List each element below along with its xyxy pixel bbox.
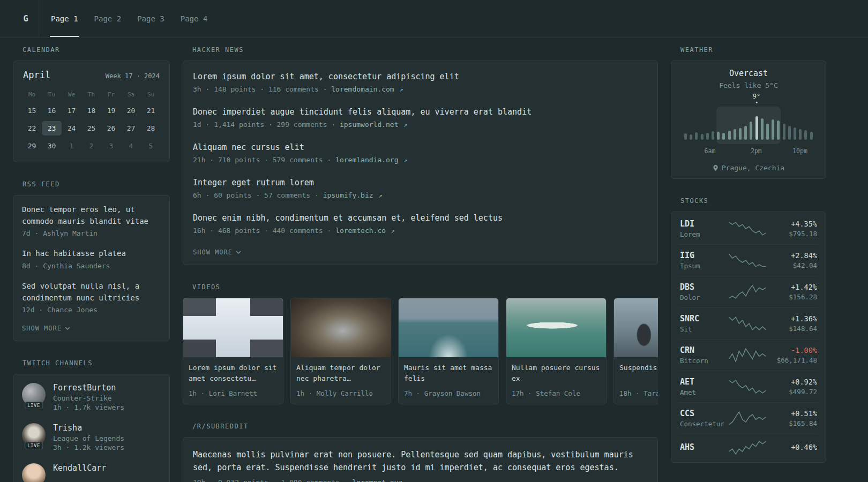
twitch-channel-row[interactable]: LIVE ForrestBurton Counter-Strike 1h · 1… <box>22 383 161 411</box>
hn-story-meta: 3h · 148 points · 116 comments · <box>193 85 331 93</box>
hn-story-title[interactable]: Aliquam nec cursus elit <box>193 142 648 152</box>
video-meta: 1h · Molly Carrillo <box>296 389 385 397</box>
calendar-day: 15 <box>22 103 42 118</box>
stock-company: Bitcorn <box>680 357 727 365</box>
video-thumbnail[interactable] <box>291 298 391 357</box>
channel-game: Counter-Strike <box>53 394 124 402</box>
weather-hour-bar <box>728 131 731 140</box>
weather-hour-bar <box>794 127 796 140</box>
hn-story-domain-link[interactable]: loremtech.co ↗ <box>335 227 395 235</box>
video-title: Nullam posuere cursus ex <box>512 363 601 385</box>
app-logo[interactable]: G <box>13 0 39 37</box>
stock-symbol: AHS <box>680 442 727 452</box>
stock-price: $148.64 <box>768 325 817 333</box>
calendar-day: 17 <box>62 103 81 118</box>
twitch-channel-row[interactable]: LIVE Trisha League of Legends 3h · 1.2k … <box>22 423 161 451</box>
hn-story-title[interactable]: Donec imperdiet augue tincidunt felis al… <box>193 107 648 117</box>
hn-show-more-button[interactable]: SHOW MORE <box>193 248 648 256</box>
hn-story-title[interactable]: Donec enim nibh, condimentum et accumsan… <box>193 213 648 223</box>
stock-row[interactable]: SNRCSit +1.36%$148.64 <box>679 307 818 339</box>
calendar-day: 22 <box>22 121 42 135</box>
weather-feels-like: Feels like 5°C <box>680 81 817 89</box>
weather-hour-bar <box>684 133 687 140</box>
external-link-icon: ↗ <box>408 479 411 482</box>
calendar-day-next-month: 2 <box>81 139 101 153</box>
hackernews-section-title: HACKER NEWS <box>192 46 658 54</box>
hn-story-title[interactable]: Integer eget rutrum lorem <box>193 178 648 187</box>
avatar: LIVE <box>22 423 46 447</box>
stock-row[interactable]: AETAmet +0.92%$499.72 <box>679 371 818 402</box>
weather-hour-bar <box>717 132 720 140</box>
video-card[interactable]: Mauris sit amet massa felis 7h · Grayson… <box>398 298 499 404</box>
weather-hour-bar <box>712 131 714 140</box>
weather-hour-bar <box>804 130 807 140</box>
hn-story-domain-link[interactable]: loremlandia.org ↗ <box>335 156 407 164</box>
weather-hour-bar <box>750 122 752 140</box>
rss-item: Donec tempor eros leo, ut commodo mauris… <box>22 204 161 237</box>
hackernews-widget: Lorem ipsum dolor sit amet, consectetur … <box>183 61 658 265</box>
calendar-day: 19 <box>101 103 121 118</box>
calendar-day: 20 <box>121 103 141 118</box>
dashboard-grid: CALENDAR April Week 17 · 2024 Mo Tu We T… <box>0 37 868 482</box>
calendar-weekday: Fr <box>101 89 121 100</box>
tab-page-3[interactable]: Page 3 <box>136 0 166 37</box>
rss-item-title[interactable]: Sed volutpat nulla nisl, a condimentum n… <box>22 281 161 304</box>
reddit-post-title[interactable]: Maecenas mollis pulvinar erat non posuer… <box>193 448 648 474</box>
video-thumbnail[interactable] <box>614 298 658 357</box>
hn-story-domain-link[interactable]: ipsumify.biz ↗ <box>323 191 383 199</box>
stock-symbol: DBS <box>680 282 727 292</box>
calendar-day: 30 <box>42 139 62 153</box>
left-column: CALENDAR April Week 17 · 2024 Mo Tu We T… <box>13 37 170 482</box>
weather-hour-bar <box>761 118 764 140</box>
time-label: 2pm <box>751 147 762 155</box>
stock-row[interactable]: LDILorem +4.35%$795.18 <box>679 213 818 244</box>
weather-bar-chart: 9° <box>684 114 813 140</box>
calendar-section-title: CALENDAR <box>23 46 170 54</box>
hn-story-title[interactable]: Lorem ipsum dolor sit amet, consectetur … <box>193 72 648 81</box>
weather-hour-bar <box>810 132 813 140</box>
weather-peak-label: 9° <box>753 93 760 103</box>
video-thumbnail[interactable] <box>506 298 606 357</box>
video-card[interactable]: Nullam posuere cursus ex 17h · Stefan Co… <box>506 298 607 404</box>
stock-change: +0.51% <box>768 409 817 418</box>
rss-item-title[interactable]: In hac habitasse platea <box>22 248 161 260</box>
reddit-post-domain-link[interactable]: loremnet.xyz ↗ <box>352 478 411 482</box>
hn-story-domain-link[interactable]: ipsumworld.net ↗ <box>340 120 408 129</box>
weather-hour-bar <box>772 119 774 140</box>
stocks-widget: LDILorem +4.35%$795.18 IIGIpsum +2.84%$4… <box>671 212 826 463</box>
rss-item-title[interactable]: Donec tempor eros leo, ut commodo mauris… <box>22 204 161 227</box>
rss-item-meta: 8d · Cynthia Saunders <box>22 262 161 270</box>
page-tabs: Page 1 Page 2 Page 3 Page 4 <box>50 0 208 37</box>
rss-item-meta: 7d · Ashlyn Martin <box>22 229 161 237</box>
channel-name: KendallCarr <box>53 463 106 473</box>
calendar-weekday: Su <box>141 89 161 100</box>
stock-row[interactable]: AHS +0.46% <box>679 434 818 461</box>
rss-show-more-button[interactable]: SHOW MORE <box>22 325 161 332</box>
external-link-icon: ↗ <box>403 121 407 129</box>
twitch-section-title: TWITCH CHANNELS <box>23 359 170 367</box>
calendar-day: 24 <box>62 121 81 135</box>
tab-page-1[interactable]: Page 1 <box>50 0 79 37</box>
stock-row[interactable]: CCSConsectetur +0.51%$165.84 <box>679 402 818 434</box>
chevron-down-icon <box>236 251 241 254</box>
video-title: Lorem ipsum dolor sit amet consectetu… <box>189 363 278 385</box>
video-card[interactable]: Lorem ipsum dolor sit amet consectetu… 1… <box>183 298 283 404</box>
twitch-channel-row[interactable]: KendallCarr <box>22 463 161 482</box>
domain-text: ipsumworld.net <box>340 120 399 129</box>
stock-row[interactable]: DBSDolor +1.42%$156.28 <box>679 276 818 307</box>
tab-page-4[interactable]: Page 4 <box>179 0 209 37</box>
video-thumbnail[interactable] <box>183 298 283 357</box>
domain-text: loremlandia.org <box>335 156 398 164</box>
calendar-week-label: Week 17 · 2024 <box>106 72 160 80</box>
twitch-widget: LIVE ForrestBurton Counter-Strike 1h · 1… <box>13 374 170 482</box>
weather-hour-bar <box>706 133 709 140</box>
video-thumbnail[interactable] <box>399 298 498 357</box>
calendar-day: 25 <box>81 121 101 135</box>
calendar-day: 28 <box>141 121 161 135</box>
video-card[interactable]: Aliquam tempor dolor nec pharetra… 1h · … <box>290 298 391 404</box>
hn-story-domain-link[interactable]: loremdomain.com ↗ <box>331 85 403 93</box>
stock-row[interactable]: CRNBitcorn -1.00%$66,171.48 <box>679 339 818 371</box>
tab-page-2[interactable]: Page 2 <box>93 0 123 37</box>
stock-row[interactable]: IIGIpsum +2.84%$42.04 <box>679 244 818 276</box>
video-card[interactable]: Suspendisse diam 18h · Tara <box>613 298 658 404</box>
